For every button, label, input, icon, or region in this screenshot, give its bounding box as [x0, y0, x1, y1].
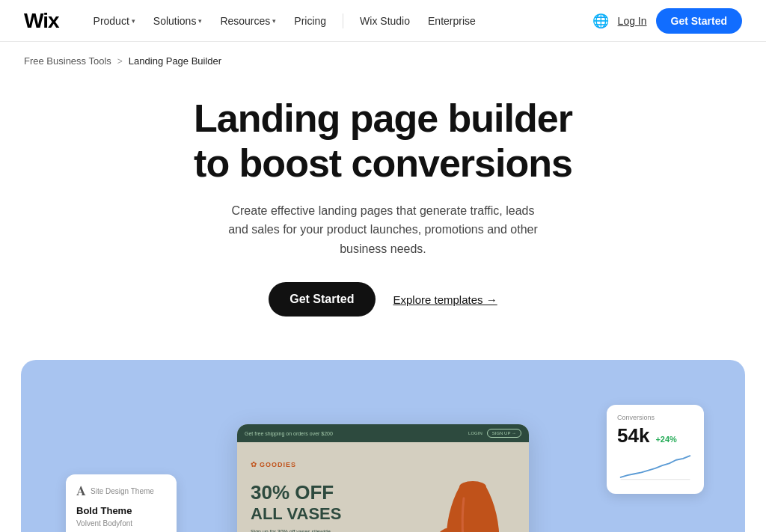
goodies-icon: ✿ — [251, 460, 257, 468]
mockup-topbar: Get free shipping on orders over $200 LO… — [237, 424, 529, 442]
nav-item-solutions[interactable]: Solutions ▾ — [146, 10, 210, 31]
nav-item-enterprise[interactable]: Enterprise — [420, 10, 483, 31]
chevron-down-icon: ▾ — [198, 17, 202, 25]
nav-item-wix-studio[interactable]: Wix Studio — [352, 10, 417, 31]
vase-image — [417, 442, 529, 532]
stats-card: Conversions 54k +24% — [607, 405, 704, 494]
nav-links: Product ▾ Solutions ▾ Resources ▾ Pricin… — [86, 10, 592, 31]
landing-page-mockup: Get free shipping on orders over $200 LO… — [237, 424, 529, 532]
site-design-header: 𝐀 Site Design Theme — [76, 483, 166, 499]
chevron-down-icon: ▾ — [272, 17, 276, 25]
breadcrumb-separator: > — [117, 56, 123, 67]
signup-nav: SIGN UP → — [487, 429, 521, 438]
mockup-text-area: ✿ GOODIES 30% OFF ALL VASES Sign up for … — [237, 442, 417, 532]
wix-logo[interactable]: Wix — [24, 9, 59, 33]
hero-buttons: Get Started Explore templates → — [24, 282, 742, 317]
mockup-bar-actions: LOGIN SIGN UP → — [468, 429, 521, 438]
stats-row: 54k +24% — [617, 424, 693, 447]
hero-title: Landing page builder to boost conversion… — [24, 97, 742, 186]
breadcrumb-parent[interactable]: Free Business Tools — [24, 55, 111, 67]
nav-divider — [343, 13, 343, 28]
product-name: ALL VASES — [251, 505, 403, 523]
login-text: LOGIN — [468, 431, 482, 435]
visual-section: 𝐀 Site Design Theme Bold Theme Volvent B… — [21, 360, 745, 532]
nav-item-product[interactable]: Product ▾ — [86, 10, 143, 31]
site-design-card: 𝐀 Site Design Theme Bold Theme Volvent B… — [66, 474, 177, 532]
mockup-content: ✿ GOODIES 30% OFF ALL VASES Sign up for … — [237, 442, 529, 532]
brand-name: GOODIES — [260, 461, 296, 468]
hero-get-started-button[interactable]: Get Started — [269, 282, 375, 317]
globe-icon[interactable]: 🌐 — [592, 13, 609, 29]
nav-right: 🌐 Log In Get Started — [592, 8, 742, 34]
navbar: Wix Product ▾ Solutions ▾ Resources ▾ Pr… — [0, 0, 766, 42]
stats-value: 54k — [617, 424, 649, 447]
design-icon: 𝐀 — [76, 483, 86, 499]
nav-get-started-button[interactable]: Get Started — [656, 8, 742, 34]
hero-section: Landing page builder to boost conversion… — [0, 67, 766, 339]
nav-item-resources[interactable]: Resources ▾ — [212, 10, 284, 31]
discount-headline: 30% OFF — [251, 482, 403, 504]
stats-chart — [617, 452, 693, 482]
breadcrumb: Free Business Tools > Landing Page Build… — [0, 42, 766, 67]
breadcrumb-current: Landing Page Builder — [129, 55, 221, 67]
vase-svg — [420, 442, 525, 532]
site-design-label: Site Design Theme — [91, 487, 154, 495]
goodies-brand: ✿ GOODIES — [251, 460, 403, 468]
stats-change: +24% — [655, 435, 676, 444]
promo-desc: Sign up for 30% off vases sitewide — [251, 529, 403, 532]
explore-templates-button[interactable]: Explore templates → — [393, 293, 497, 306]
theme-name: Bold Theme — [76, 505, 166, 516]
login-button[interactable]: Log In — [618, 15, 647, 27]
chevron-down-icon: ▾ — [132, 17, 135, 25]
hero-subtitle: Create effective landing pages that gene… — [226, 201, 540, 259]
font-name: Volvent Bodyfont — [76, 519, 166, 528]
banner-text: Get free shipping on orders over $200 — [245, 431, 333, 436]
stats-label: Conversions — [617, 414, 693, 421]
nav-item-pricing[interactable]: Pricing — [287, 10, 334, 31]
